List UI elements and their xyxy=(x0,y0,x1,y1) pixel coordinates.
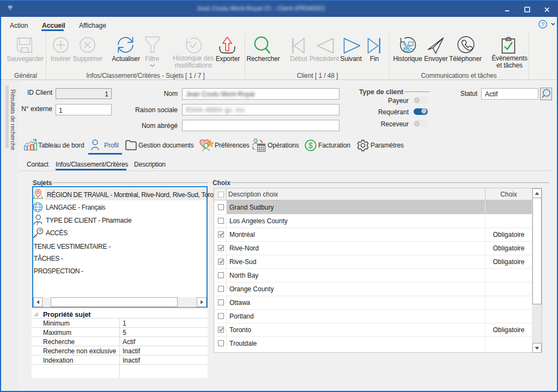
svg-text:$: $ xyxy=(308,141,313,150)
svg-text:?: ? xyxy=(35,220,39,226)
